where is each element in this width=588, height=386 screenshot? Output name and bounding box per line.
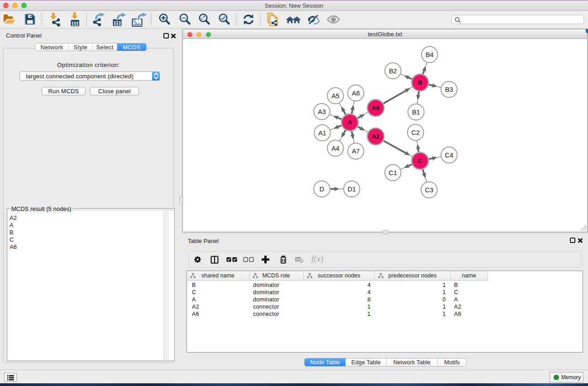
svg-text:A1: A1: [318, 129, 326, 137]
svg-text:A: A: [348, 119, 352, 126]
svg-text:B: B: [418, 79, 422, 86]
svg-text:C2: C2: [411, 129, 420, 136]
svg-text:A4: A4: [331, 145, 339, 152]
svg-text:A6: A6: [372, 105, 380, 111]
svg-text:B4: B4: [425, 51, 434, 58]
svg-text:B2: B2: [389, 67, 397, 75]
svg-text:A2: A2: [372, 133, 379, 140]
svg-text:A8: A8: [352, 90, 360, 97]
svg-text:D1: D1: [348, 186, 356, 193]
svg-text:D: D: [320, 186, 324, 193]
svg-text:C4: C4: [445, 152, 454, 159]
svg-text:B1: B1: [412, 109, 420, 116]
svg-text:C: C: [418, 157, 422, 164]
svg-text:C3: C3: [425, 186, 434, 194]
svg-text:B3: B3: [445, 86, 453, 93]
svg-text:A7: A7: [352, 148, 360, 155]
svg-text:A3: A3: [318, 108, 326, 115]
svg-text:C1: C1: [389, 169, 397, 176]
svg-text:A5: A5: [331, 92, 339, 100]
